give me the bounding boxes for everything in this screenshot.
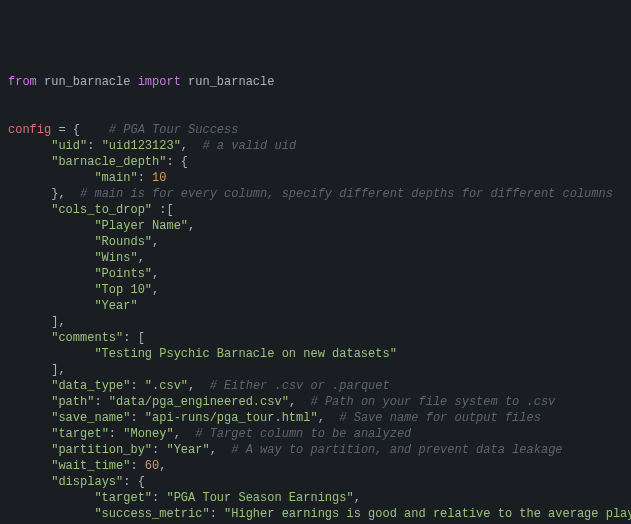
keyword-import: import [138, 75, 181, 89]
code-block: from run_barnacle import run_barnacle co… [8, 74, 623, 524]
dict-key: "barnacle_depth" [51, 155, 166, 169]
list-item: "Player Name" [94, 219, 188, 233]
dict-key: "save_name" [51, 411, 130, 425]
list-item: "Top 10" [94, 283, 152, 297]
list-item: "Year" [94, 299, 137, 313]
comment: # PGA Tour Success [109, 123, 239, 137]
dict-key: "comments" [51, 331, 123, 345]
list-item: "Wins" [94, 251, 137, 265]
dict-key: "target" [94, 491, 152, 505]
dict-val: "PGA Tour Season Earnings" [166, 491, 353, 505]
comment: # Either .csv or .parquet [210, 379, 390, 393]
dict-key: "wait_time" [51, 459, 130, 473]
dict-val: 60 [145, 459, 159, 473]
list-item: "Rounds" [94, 235, 152, 249]
dict-key: "main" [94, 171, 137, 185]
list-item: "Testing Psychic Barnacle on new dataset… [94, 347, 396, 361]
dict-val: "uid123123" [102, 139, 181, 153]
var-config: config [8, 123, 51, 137]
comment: # main is for every column, specify diff… [80, 187, 613, 201]
dict-val: "Higher earnings is good and relative to… [224, 507, 631, 521]
dict-val: "data/pga_engineered.csv" [109, 395, 289, 409]
import-name: run_barnacle [188, 75, 274, 89]
dict-val: 10 [152, 171, 166, 185]
dict-val: ".csv" [145, 379, 188, 393]
dict-key: "displays" [51, 475, 123, 489]
module-name: run_barnacle [44, 75, 130, 89]
dict-val: "api-runs/pga_tour.html" [145, 411, 318, 425]
dict-key: "data_type" [51, 379, 130, 393]
comment: # Save name for output files [339, 411, 541, 425]
comment: # A way to partition, and prevent data l… [231, 443, 562, 457]
dict-key: "cols_to_drop" [51, 203, 152, 217]
dict-key: "target" [51, 427, 109, 441]
dict-val: "Money" [123, 427, 173, 441]
list-item: "Points" [94, 267, 152, 281]
comment: # Target column to be analyzed [195, 427, 411, 441]
dict-key: "path" [51, 395, 94, 409]
dict-key: "uid" [51, 139, 87, 153]
keyword-from: from [8, 75, 37, 89]
dict-val: "Year" [166, 443, 209, 457]
dict-key: "partition_by" [51, 443, 152, 457]
comment: # Path on your file system to .csv [310, 395, 555, 409]
comment: # a valid uid [202, 139, 296, 153]
dict-key: "success_metric" [94, 507, 209, 521]
